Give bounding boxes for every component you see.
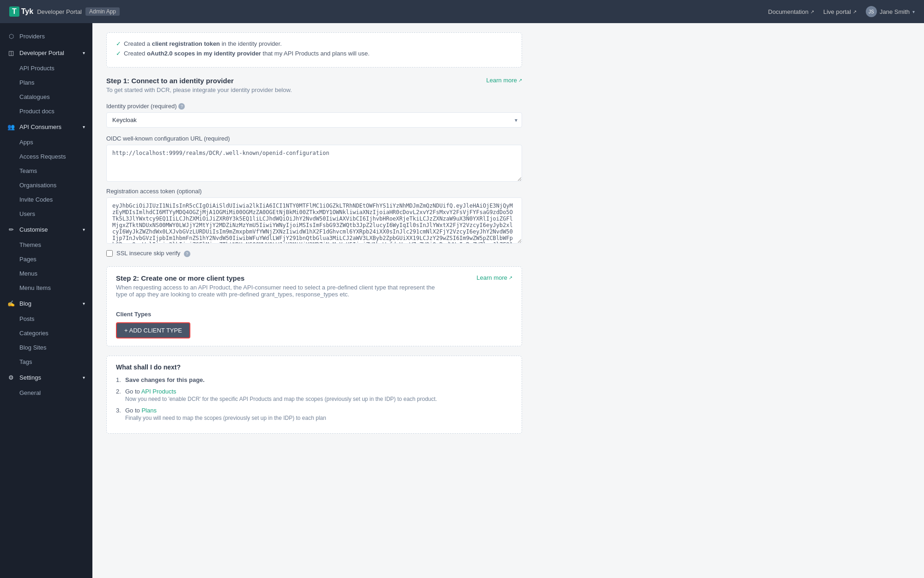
sidebar-child-tags[interactable]: Tags	[0, 355, 92, 369]
step2-header: Step 2: Create one or more client types …	[116, 274, 512, 305]
tyk-logo[interactable]: T Tyk	[9, 6, 33, 17]
step1-section: Step 1: Connect to an identity provider …	[106, 77, 522, 257]
dev-portal-label: Developer Portal	[37, 8, 82, 15]
step1-subtitle: To get started with DCR, please integrat…	[106, 86, 292, 93]
tyk-t-letter: T	[9, 6, 19, 17]
plans-link[interactable]: Plans	[141, 407, 157, 414]
step2-box: Step 2: Create one or more client types …	[106, 266, 522, 346]
what-next-item-3: 3. Go to Plans Finally you will need to …	[116, 407, 512, 421]
what-next-item-1: 1. Save changes for this page.	[116, 376, 512, 383]
step1-learn-more-link[interactable]: Learn more ↗	[486, 77, 522, 84]
sidebar-child-themes[interactable]: Themes	[0, 238, 92, 252]
step1-header: Step 1: Connect to an identity provider …	[106, 77, 522, 101]
sidebar-child-teams[interactable]: Teams	[0, 164, 92, 178]
chevron-icon-2: ▾	[83, 124, 85, 129]
what-next-item-2-sub: Now you need to 'enable DCR' for the spe…	[125, 396, 512, 402]
idp-select-wrapper: Keycloak ▾	[106, 112, 522, 128]
token-label: Registration access token (optional)	[106, 188, 522, 195]
sidebar-child-api-products[interactable]: API Products	[0, 61, 92, 75]
providers-icon: ⬡	[7, 32, 15, 40]
documentation-link[interactable]: Documentation ↗	[768, 8, 814, 15]
sidebar-child-invite-codes[interactable]: Invite Codes	[0, 192, 92, 207]
check-icon-1: ✓	[116, 40, 121, 47]
step2-title: Step 2: Create one or more client types	[116, 274, 439, 282]
external-link-icon-4: ↗	[509, 275, 512, 280]
sidebar-child-pages[interactable]: Pages	[0, 252, 92, 266]
checklist-item-2: ✓ Created oAuth2.0 scopes in my identity…	[116, 50, 512, 57]
sidebar-parent-settings[interactable]: ⚙ Settings ▾	[0, 369, 92, 386]
chevron-icon: ▾	[83, 50, 85, 55]
chevron-icon-5: ▾	[83, 375, 85, 380]
sidebar-child-posts[interactable]: Posts	[0, 312, 92, 326]
oidc-url-field[interactable]: http://localhost:9999/realms/DCR/.well-k…	[106, 145, 522, 182]
ssl-label: SSL insecure skip verify ?	[116, 250, 190, 257]
sidebar-child-access-requests[interactable]: Access Requests	[0, 149, 92, 164]
settings-icon: ⚙	[7, 374, 15, 381]
sidebar-parent-customise[interactable]: ✏ Customise ▾	[0, 221, 92, 238]
content-wrapper: ✓ Created a client registration token in…	[106, 32, 522, 434]
sidebar-child-apps[interactable]: Apps	[0, 135, 92, 149]
ssl-info-icon[interactable]: ?	[184, 251, 190, 257]
step2-subtitle: When requesting access to an API Product…	[116, 284, 439, 298]
external-link-icon-2: ↗	[853, 9, 857, 14]
ssl-checkbox-row: SSL insecure skip verify ?	[106, 250, 522, 257]
app-layout: ⬡ Providers ◫ Developer Portal ▾ API Pro…	[0, 23, 924, 578]
topnav-right: Documentation ↗ Live portal ↗ JS Jane Sm…	[768, 6, 915, 17]
step1-title: Step 1: Connect to an identity provider	[106, 77, 292, 85]
step2-learn-more-link[interactable]: Learn more ↗	[477, 274, 512, 281]
sidebar-child-menu-items[interactable]: Menu Items	[0, 281, 92, 295]
check-icon-2: ✓	[116, 50, 121, 57]
idp-label: Identity provider (required) ?	[106, 103, 522, 110]
user-name: Jane Smith	[880, 8, 910, 15]
idp-select[interactable]: Keycloak	[106, 112, 522, 128]
chevron-icon-4: ▾	[83, 301, 85, 306]
token-field[interactable]: eyJhbGciOiJIUzI1NiIsInR5cCIgOiAiSldUIiwi…	[106, 197, 522, 244]
chevron-down-icon: ▾	[912, 9, 915, 14]
what-next-box: What shall I do next? 1. Save changes fo…	[106, 356, 522, 434]
live-portal-link[interactable]: Live portal ↗	[823, 8, 857, 15]
admin-app-badge: Admin App	[85, 7, 120, 16]
sidebar-child-general[interactable]: General	[0, 386, 92, 400]
sidebar-child-plans[interactable]: Plans	[0, 75, 92, 90]
oidc-label: OIDC well-known configuration URL (requi…	[106, 135, 522, 142]
api-consumers-icon: 👥	[7, 123, 15, 130]
checklist-item-1: ✓ Created a client registration token in…	[116, 40, 512, 47]
sidebar-child-blog-sites[interactable]: Blog Sites	[0, 340, 92, 355]
external-link-icon: ↗	[810, 9, 814, 14]
sidebar: ⬡ Providers ◫ Developer Portal ▾ API Pro…	[0, 23, 92, 578]
what-next-list: 1. Save changes for this page. 2. Go to …	[116, 376, 512, 421]
blog-icon: ✍	[7, 300, 15, 307]
step2-section: Step 2: Create one or more client types …	[106, 266, 522, 346]
developer-portal-icon: ◫	[7, 49, 15, 56]
external-link-icon-3: ↗	[518, 78, 522, 83]
topnav-left: T Tyk Developer Portal Admin App	[9, 6, 120, 17]
sidebar-child-product-docs[interactable]: Product docs	[0, 104, 92, 118]
what-next-title: What shall I do next?	[116, 363, 512, 371]
add-client-type-button[interactable]: + ADD CLIENT TYPE	[116, 322, 190, 338]
sidebar-child-categories[interactable]: Categories	[0, 326, 92, 340]
sidebar-item-providers[interactable]: ⬡ Providers	[0, 28, 92, 44]
sidebar-child-menus[interactable]: Menus	[0, 266, 92, 281]
api-products-link[interactable]: API Products	[141, 388, 176, 395]
what-next-item-2: 2. Go to API Products Now you need to 'e…	[116, 388, 512, 402]
checklist-card: ✓ Created a client registration token in…	[106, 32, 522, 68]
chevron-icon-3: ▾	[83, 227, 85, 232]
main-content: ✓ Created a client registration token in…	[92, 23, 924, 578]
ssl-checkbox[interactable]	[106, 250, 113, 257]
customise-icon: ✏	[7, 226, 15, 233]
idp-info-icon[interactable]: ?	[178, 103, 185, 110]
sidebar-child-catalogues[interactable]: Catalogues	[0, 90, 92, 104]
tyk-wordmark: Tyk	[21, 7, 33, 16]
user-section[interactable]: JS Jane Smith ▾	[866, 6, 915, 17]
avatar: JS	[866, 6, 877, 17]
topnav: T Tyk Developer Portal Admin App Documen…	[0, 0, 924, 23]
what-next-item-3-sub: Finally you will need to map the scopes …	[125, 415, 512, 421]
sidebar-child-organisations[interactable]: Organisations	[0, 178, 92, 192]
client-types-label: Client Types	[116, 311, 512, 318]
sidebar-parent-blog[interactable]: ✍ Blog ▾	[0, 295, 92, 312]
sidebar-parent-developer-portal[interactable]: ◫ Developer Portal ▾	[0, 44, 92, 61]
sidebar-parent-api-consumers[interactable]: 👥 API Consumers ▾	[0, 118, 92, 135]
sidebar-child-users[interactable]: Users	[0, 207, 92, 221]
